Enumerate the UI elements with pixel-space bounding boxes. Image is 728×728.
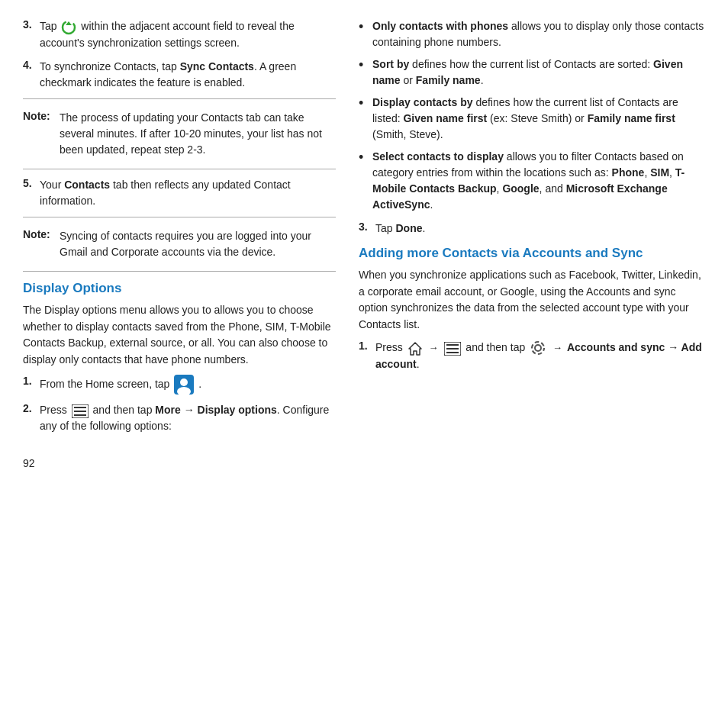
bullet-only-contacts: • Only contacts with phones allows you t… bbox=[359, 18, 705, 50]
step-4: 4. To synchronize Contacts, tap Sync Con… bbox=[23, 59, 336, 91]
step-5-num: 5. bbox=[23, 177, 40, 189]
home-icon bbox=[407, 340, 423, 356]
adding-step-1: 1. Press → bbox=[359, 340, 705, 372]
bullet-display-contacts-by: • Display contacts by defines how the cu… bbox=[359, 95, 705, 143]
step-5: 5. Your Contacts tab then reflects any u… bbox=[23, 177, 336, 209]
adding-step-1-num: 1. bbox=[359, 340, 375, 352]
contacts-icon bbox=[174, 375, 194, 395]
display-step-1-content: From the Home screen, tap . bbox=[40, 375, 336, 395]
arrow-2: → bbox=[552, 340, 562, 356]
page: 3. Tap within the adjacent account field… bbox=[0, 0, 728, 728]
step-4-num: 4. bbox=[23, 59, 40, 71]
bullet-dot-3: • bbox=[359, 93, 369, 114]
step-3-content: Tap within the adjacent account field to… bbox=[40, 18, 336, 51]
step-4-content: To synchronize Contacts, tap Sync Contac… bbox=[40, 59, 336, 91]
bullet-4-text: Select contacts to display allows you to… bbox=[372, 149, 705, 213]
bullet-dot-4: • bbox=[359, 147, 369, 168]
adding-contacts-body: When you synchronize applications such a… bbox=[359, 267, 705, 333]
note-1-label: Note: bbox=[23, 110, 58, 122]
right-column: • Only contacts with phones allows you t… bbox=[351, 18, 705, 710]
menu-icon-2 bbox=[444, 340, 461, 356]
divider-3 bbox=[23, 217, 336, 217]
display-options-section: Display Options The Display options menu… bbox=[23, 281, 336, 435]
sync-icon bbox=[61, 19, 76, 35]
bullet-1-text: Only contacts with phones allows you to … bbox=[372, 18, 705, 50]
right-step-3-num: 3. bbox=[359, 221, 375, 233]
bullet-3-text: Display contacts by defines how the curr… bbox=[372, 95, 705, 143]
divider-1 bbox=[23, 98, 336, 99]
note-1-text: The process of updating your Contacts ta… bbox=[60, 110, 336, 158]
note-1: Note: The process of updating your Conta… bbox=[23, 107, 336, 161]
step-3-num: 3. bbox=[23, 18, 40, 31]
display-step-2-num: 2. bbox=[23, 402, 40, 414]
adding-contacts-title: Adding more Contacts via Accounts and Sy… bbox=[359, 246, 705, 261]
svg-point-15 bbox=[532, 342, 544, 354]
svg-point-14 bbox=[535, 345, 541, 351]
svg-point-3 bbox=[180, 378, 188, 386]
step-5-content: Your Contacts tab then reflects any upda… bbox=[40, 177, 336, 209]
note-2-label: Note: bbox=[23, 228, 58, 240]
page-number: 92 bbox=[23, 457, 336, 469]
display-options-bullets: • Only contacts with phones allows you t… bbox=[359, 18, 705, 213]
bullet-2-text: Sort by defines how the current list of … bbox=[372, 56, 705, 89]
step-3: 3. Tap within the adjacent account field… bbox=[23, 18, 336, 51]
divider-4 bbox=[23, 271, 336, 272]
display-step-2-content: Press and then tap More → Display option… bbox=[40, 402, 336, 435]
left-column: 3. Tap within the adjacent account field… bbox=[23, 18, 351, 710]
arrow-1: → bbox=[429, 340, 439, 356]
adding-contacts-section: Adding more Contacts via Accounts and Sy… bbox=[359, 246, 705, 372]
divider-2 bbox=[23, 169, 336, 169]
note-2-text: Syncing of contacts requires you are log… bbox=[60, 228, 336, 260]
display-step-1: 1. From the Home screen, tap . bbox=[23, 375, 336, 395]
bullet-dot-2: • bbox=[359, 55, 369, 76]
right-step-3-content: Tap Done. bbox=[375, 221, 705, 237]
display-options-body: The Display options menu allows you to a… bbox=[23, 302, 336, 369]
display-options-title: Display Options bbox=[23, 281, 336, 296]
gear-icon bbox=[530, 340, 546, 356]
right-step-3: 3. Tap Done. bbox=[359, 221, 705, 237]
bullet-select-contacts: • Select contacts to display allows you … bbox=[359, 149, 705, 213]
menu-icon bbox=[72, 402, 89, 418]
display-step-2: 2. Press and then tap More → Display opt… bbox=[23, 402, 336, 435]
bullet-sort-by: • Sort by defines how the current list o… bbox=[359, 56, 705, 89]
svg-marker-1 bbox=[66, 21, 72, 25]
bullet-dot-1: • bbox=[359, 17, 369, 37]
adding-step-1-content: Press → bbox=[375, 340, 705, 372]
display-step-1-num: 1. bbox=[23, 375, 40, 387]
note-2: Note: Syncing of contacts requires you a… bbox=[23, 225, 336, 263]
svg-marker-9 bbox=[409, 343, 421, 355]
